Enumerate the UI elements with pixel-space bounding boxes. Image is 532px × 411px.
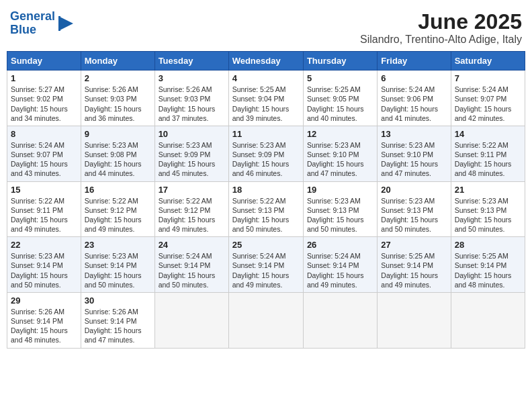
calendar-cell: 20Sunrise: 5:23 AM Sunset: 9:13 PM Dayli… [378,181,451,237]
calendar-cell: 30Sunrise: 5:26 AM Sunset: 9:14 PM Dayli… [81,292,154,348]
weekday-header-sunday: Sunday [7,52,81,71]
day-number: 11 [232,129,300,139]
day-number: 20 [381,185,447,195]
calendar-cell: 9Sunrise: 5:23 AM Sunset: 9:08 PM Daylig… [81,126,154,181]
location: Silandro, Trentino-Alto Adige, Italy [360,34,522,46]
calendar-cell: 16Sunrise: 5:22 AM Sunset: 9:12 PM Dayli… [81,181,154,237]
calendar-cell: 2Sunrise: 5:26 AM Sunset: 9:03 PM Daylig… [81,71,154,126]
calendar-cell: 22Sunrise: 5:23 AM Sunset: 9:14 PM Dayli… [7,237,81,293]
day-number: 12 [307,129,373,139]
calendar-cell: 26Sunrise: 5:24 AM Sunset: 9:14 PM Dayli… [303,237,377,293]
day-number: 24 [159,240,225,250]
weekday-header-saturday: Saturday [451,52,525,71]
day-number: 16 [85,185,151,195]
calendar-cell: 6Sunrise: 5:24 AM Sunset: 9:06 PM Daylig… [378,71,451,126]
day-number: 22 [11,240,77,250]
weekday-header-monday: Monday [81,52,154,71]
day-number: 29 [11,295,77,306]
day-number: 19 [307,185,373,195]
calendar-cell: 29Sunrise: 5:26 AM Sunset: 9:14 PM Dayli… [7,292,81,348]
calendar-cell: 27Sunrise: 5:25 AM Sunset: 9:14 PM Dayli… [378,237,451,293]
day-number: 14 [455,129,521,139]
day-info: Sunrise: 5:24 AM Sunset: 9:14 PM Dayligh… [232,251,300,289]
day-number: 3 [159,73,225,83]
day-info: Sunrise: 5:23 AM Sunset: 9:08 PM Dayligh… [85,140,151,179]
day-info: Sunrise: 5:25 AM Sunset: 9:05 PM Dayligh… [307,85,373,123]
day-number: 6 [381,73,447,83]
calendar-cell: 13Sunrise: 5:23 AM Sunset: 9:10 PM Dayli… [378,126,451,181]
calendar-cell: 18Sunrise: 5:22 AM Sunset: 9:13 PM Dayli… [228,181,303,237]
day-number: 28 [455,240,521,250]
day-number: 13 [381,129,447,139]
day-info: Sunrise: 5:22 AM Sunset: 9:12 PM Dayligh… [159,196,225,234]
calendar-cell: 3Sunrise: 5:26 AM Sunset: 9:03 PM Daylig… [154,71,228,126]
day-number: 27 [381,240,447,250]
day-info: Sunrise: 5:23 AM Sunset: 9:13 PM Dayligh… [455,196,521,234]
day-number: 30 [85,295,151,306]
calendar-cell: 5Sunrise: 5:25 AM Sunset: 9:05 PM Daylig… [303,71,377,126]
day-number: 10 [159,129,225,139]
calendar-cell [154,292,228,348]
calendar-cell [228,292,303,348]
day-info: Sunrise: 5:24 AM Sunset: 9:06 PM Dayligh… [381,85,447,123]
day-number: 9 [85,129,151,139]
calendar-cell: 19Sunrise: 5:23 AM Sunset: 9:13 PM Dayli… [303,181,377,237]
calendar-cell: 7Sunrise: 5:24 AM Sunset: 9:07 PM Daylig… [451,71,525,126]
month-title: June 2025 [360,10,522,34]
calendar-cell: 11Sunrise: 5:23 AM Sunset: 9:09 PM Dayli… [228,126,303,181]
weekday-header-tuesday: Tuesday [154,52,228,71]
day-number: 25 [232,240,300,250]
calendar-row-4: 22Sunrise: 5:23 AM Sunset: 9:14 PM Dayli… [7,237,525,293]
day-info: Sunrise: 5:26 AM Sunset: 9:14 PM Dayligh… [85,307,151,345]
calendar-cell: 10Sunrise: 5:23 AM Sunset: 9:09 PM Dayli… [154,126,228,181]
day-info: Sunrise: 5:25 AM Sunset: 9:14 PM Dayligh… [381,251,447,289]
calendar-row-3: 15Sunrise: 5:22 AM Sunset: 9:11 PM Dayli… [7,181,525,237]
calendar-cell [303,292,377,348]
day-info: Sunrise: 5:23 AM Sunset: 9:13 PM Dayligh… [307,196,373,234]
day-info: Sunrise: 5:23 AM Sunset: 9:10 PM Dayligh… [307,140,373,179]
day-number: 17 [159,185,225,195]
calendar-cell [451,292,525,348]
day-info: Sunrise: 5:22 AM Sunset: 9:11 PM Dayligh… [455,140,521,179]
calendar-cell: 12Sunrise: 5:23 AM Sunset: 9:10 PM Dayli… [303,126,377,181]
day-info: Sunrise: 5:23 AM Sunset: 9:09 PM Dayligh… [159,140,225,179]
day-info: Sunrise: 5:26 AM Sunset: 9:03 PM Dayligh… [85,85,151,123]
day-info: Sunrise: 5:24 AM Sunset: 9:07 PM Dayligh… [11,140,77,179]
calendar-row-5: 29Sunrise: 5:26 AM Sunset: 9:14 PM Dayli… [7,292,525,348]
day-info: Sunrise: 5:23 AM Sunset: 9:14 PM Dayligh… [85,251,151,289]
calendar-cell: 4Sunrise: 5:25 AM Sunset: 9:04 PM Daylig… [228,71,303,126]
calendar-cell: 25Sunrise: 5:24 AM Sunset: 9:14 PM Dayli… [228,237,303,293]
calendar-cell: 28Sunrise: 5:25 AM Sunset: 9:14 PM Dayli… [451,237,525,293]
day-number: 1 [11,73,77,83]
day-info: Sunrise: 5:24 AM Sunset: 9:07 PM Dayligh… [455,85,521,123]
day-info: Sunrise: 5:22 AM Sunset: 9:13 PM Dayligh… [232,196,300,234]
svg-rect-1 [58,16,60,31]
logo-text: General [10,10,55,24]
day-info: Sunrise: 5:26 AM Sunset: 9:03 PM Dayligh… [159,85,225,123]
day-info: Sunrise: 5:25 AM Sunset: 9:14 PM Dayligh… [455,251,521,289]
calendar-cell: 14Sunrise: 5:22 AM Sunset: 9:11 PM Dayli… [451,126,525,181]
day-number: 8 [11,129,77,139]
calendar-cell: 1Sunrise: 5:27 AM Sunset: 9:02 PM Daylig… [7,71,81,126]
svg-marker-0 [60,17,73,30]
day-info: Sunrise: 5:23 AM Sunset: 9:14 PM Dayligh… [11,251,77,289]
logo: General Blue [10,10,77,37]
day-number: 4 [232,73,300,83]
day-number: 21 [455,185,521,195]
day-info: Sunrise: 5:23 AM Sunset: 9:13 PM Dayligh… [381,196,447,234]
day-info: Sunrise: 5:23 AM Sunset: 9:09 PM Dayligh… [232,140,300,179]
calendar-cell: 24Sunrise: 5:24 AM Sunset: 9:14 PM Dayli… [154,237,228,293]
day-info: Sunrise: 5:22 AM Sunset: 9:11 PM Dayligh… [11,196,77,234]
calendar: SundayMondayTuesdayWednesdayThursdayFrid… [7,51,525,348]
day-number: 2 [85,73,151,83]
day-number: 15 [11,185,77,195]
day-info: Sunrise: 5:26 AM Sunset: 9:14 PM Dayligh… [11,307,77,345]
day-info: Sunrise: 5:22 AM Sunset: 9:12 PM Dayligh… [85,196,151,234]
header: General Blue June 2025 Silandro, Trentin… [7,7,525,46]
calendar-cell [378,292,451,348]
day-info: Sunrise: 5:27 AM Sunset: 9:02 PM Dayligh… [11,85,77,123]
day-info: Sunrise: 5:25 AM Sunset: 9:04 PM Dayligh… [232,85,300,123]
calendar-cell: 8Sunrise: 5:24 AM Sunset: 9:07 PM Daylig… [7,126,81,181]
calendar-row-1: 1Sunrise: 5:27 AM Sunset: 9:02 PM Daylig… [7,71,525,126]
logo-text2: Blue [10,24,55,37]
